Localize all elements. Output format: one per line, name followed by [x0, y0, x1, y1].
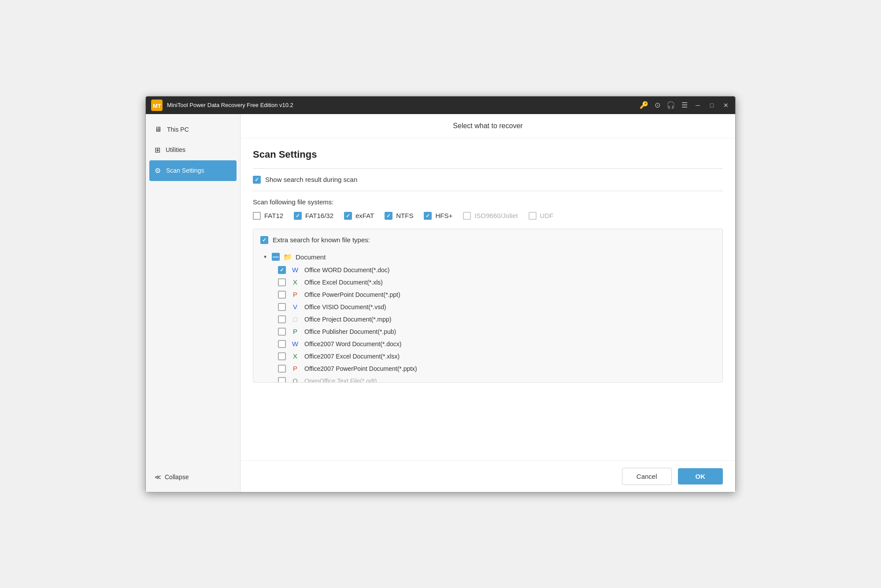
extra-search-checkbox[interactable]: ✓ [260, 236, 268, 244]
fs-udf-checkbox[interactable] [529, 212, 537, 220]
visio-doc-icon: V [290, 303, 300, 311]
sidebar-item-this-pc[interactable]: 🖥 This PC [146, 119, 240, 140]
fs-exfat-checkbox[interactable]: ✓ [344, 212, 352, 220]
xlsx-doc-label: Office2007 Excel Document(*.xlsx) [304, 353, 400, 360]
extra-search-box: ✓ Extra search for known file types: ▾ — [253, 229, 723, 383]
fs-exfat: ✓ exFAT [344, 212, 374, 220]
tree-chevron-icon[interactable]: ▾ [262, 254, 268, 260]
fs-hfsplus-checkbox[interactable]: ✓ [424, 212, 432, 220]
document-group-parent: ▾ — 📁 Document [260, 250, 715, 264]
doc-docx-checkbox[interactable] [278, 340, 286, 348]
doc-project-checkbox[interactable] [278, 315, 286, 323]
key-icon[interactable]: 🔑 [640, 101, 648, 109]
fs-iso9660-label: ISO9660/Joliet [474, 212, 518, 219]
show-search-result-row: ✓ Show search result during scan [253, 176, 723, 184]
fs-fat12: FAT12 [253, 212, 283, 220]
main-layout: 🖥 This PC ⊞ Utilities ⚙ Scan Settings ≪ … [146, 114, 735, 492]
extra-search-header: ✓ Extra search for known file types: [260, 236, 715, 244]
docx-doc-label: Office2007 Word Document(*.docx) [304, 340, 401, 348]
document-children: ✓ W Office WORD Document(*.doc) X Office… [276, 264, 715, 382]
list-item: X Office2007 Excel Document(*.xlsx) [276, 350, 715, 362]
pptx-doc-label: Office2007 PowerPoint Document(*.pptx) [304, 365, 417, 372]
list-item: V Office VISIO Document(*.vsd) [276, 301, 715, 313]
fs-fat1632-checkbox[interactable]: ✓ [294, 212, 302, 220]
odt-doc-label: OpenOffice Text File(*.odt) [304, 377, 377, 382]
document-folder-icon: 📁 [283, 253, 292, 261]
doc-visio-checkbox[interactable] [278, 303, 286, 311]
docx-doc-icon: W [290, 340, 300, 348]
fs-fat12-checkbox[interactable] [253, 212, 261, 220]
header-title: Select what to recover [453, 122, 522, 129]
divider-1 [253, 168, 723, 169]
fs-fat12-label: FAT12 [264, 212, 283, 219]
doc-publisher-checkbox[interactable] [278, 328, 286, 336]
scan-settings-icon: ⚙ [155, 166, 161, 175]
publisher-doc-icon: P [290, 328, 300, 335]
fs-udf-label: UDF [540, 212, 554, 219]
sidebar: 🖥 This PC ⊞ Utilities ⚙ Scan Settings ≪ … [146, 114, 241, 492]
fs-fat1632-label: FAT16/32 [305, 212, 333, 219]
minimize-button[interactable]: ─ [694, 102, 702, 109]
extra-search-label: Extra search for known file types: [273, 236, 370, 244]
sidebar-item-scan-settings[interactable]: ⚙ Scan Settings [149, 160, 237, 181]
fs-hfsplus-label: HFS+ [435, 212, 452, 219]
doc-excel-checkbox[interactable] [278, 278, 286, 286]
close-button[interactable]: ✕ [722, 102, 730, 109]
doc-xlsx-checkbox[interactable] [278, 352, 286, 360]
cancel-button[interactable]: Cancel [622, 468, 672, 485]
fs-udf: UDF [529, 212, 554, 220]
sidebar-item-this-pc-label: This PC [167, 126, 189, 133]
filesystems-row: FAT12 ✓ FAT16/32 ✓ exFAT [253, 212, 723, 220]
titlebar: MT MiniTool Power Data Recovery Free Edi… [146, 96, 735, 114]
bottom-bar: Cancel OK [241, 460, 735, 492]
excel-doc-label: Office Excel Document(*.xls) [304, 279, 383, 286]
project-doc-icon: □ [290, 315, 300, 323]
maximize-button[interactable]: □ [708, 102, 716, 109]
excel-doc-icon: X [290, 278, 300, 286]
this-pc-icon: 🖥 [155, 126, 162, 133]
list-item: W Office2007 Word Document(*.docx) [276, 338, 715, 350]
document-group-label: Document [296, 253, 326, 261]
ppt-doc-label: Office PowerPoint Document(*.ppt) [304, 291, 400, 298]
app-logo: MT [151, 100, 163, 111]
list-item: X Office Excel Document(*.xls) [276, 276, 715, 288]
divider-2 [253, 191, 723, 191]
doc-odt-checkbox[interactable] [278, 377, 286, 382]
fs-ntfs: ✓ NTFS [385, 212, 413, 220]
doc-word-checkbox[interactable]: ✓ [278, 266, 286, 274]
fs-hfsplus: ✓ HFS+ [424, 212, 452, 220]
window-controls: ─ □ ✕ [694, 102, 730, 109]
doc-ppt-checkbox[interactable] [278, 291, 286, 299]
fs-iso9660-checkbox[interactable] [463, 212, 471, 220]
circle-icon[interactable]: ⊙ [655, 101, 660, 109]
fs-ntfs-label: NTFS [396, 212, 413, 219]
fs-iso9660: ISO9660/Joliet [463, 212, 518, 220]
main-window: MT MiniTool Power Data Recovery Free Edi… [145, 96, 736, 492]
collapse-button[interactable]: ≪ Collapse [146, 467, 240, 487]
document-group-checkbox[interactable]: — [272, 253, 280, 261]
sidebar-item-utilities-label: Utilities [166, 146, 185, 153]
doc-pptx-checkbox[interactable] [278, 365, 286, 373]
list-item: P Office2007 PowerPoint Document(*.pptx) [276, 362, 715, 375]
odt-doc-icon: O [290, 377, 300, 382]
menu-icon[interactable]: ☰ [681, 101, 688, 109]
fs-ntfs-checkbox[interactable]: ✓ [385, 212, 392, 220]
xlsx-doc-icon: X [290, 352, 300, 360]
fs-fat1632: ✓ FAT16/32 [294, 212, 333, 220]
collapse-label: Collapse [165, 473, 189, 481]
sidebar-item-utilities[interactable]: ⊞ Utilities [146, 140, 240, 160]
collapse-chevrons-icon: ≪ [155, 473, 161, 481]
titlebar-toolbar-icons: 🔑 ⊙ 🎧 ☰ [640, 101, 688, 109]
headphones-icon[interactable]: 🎧 [666, 101, 675, 109]
content-body: Scan Settings ✓ Show search result durin… [241, 138, 735, 460]
word-doc-label: Office WORD Document(*.doc) [304, 266, 389, 274]
ok-button[interactable]: OK [678, 468, 723, 484]
sidebar-item-scan-settings-label: Scan Settings [166, 167, 204, 174]
list-item: O OpenOffice Text File(*.odt) [276, 375, 715, 382]
list-item: P Office Publisher Document(*.pub) [276, 325, 715, 338]
show-search-result-checkbox[interactable]: ✓ [253, 176, 261, 184]
file-type-list: ▾ — 📁 Document [260, 250, 715, 382]
checkmark-icon: ✓ [255, 177, 259, 182]
list-item: P Office PowerPoint Document(*.ppt) [276, 288, 715, 301]
page-title: Scan Settings [253, 149, 723, 160]
